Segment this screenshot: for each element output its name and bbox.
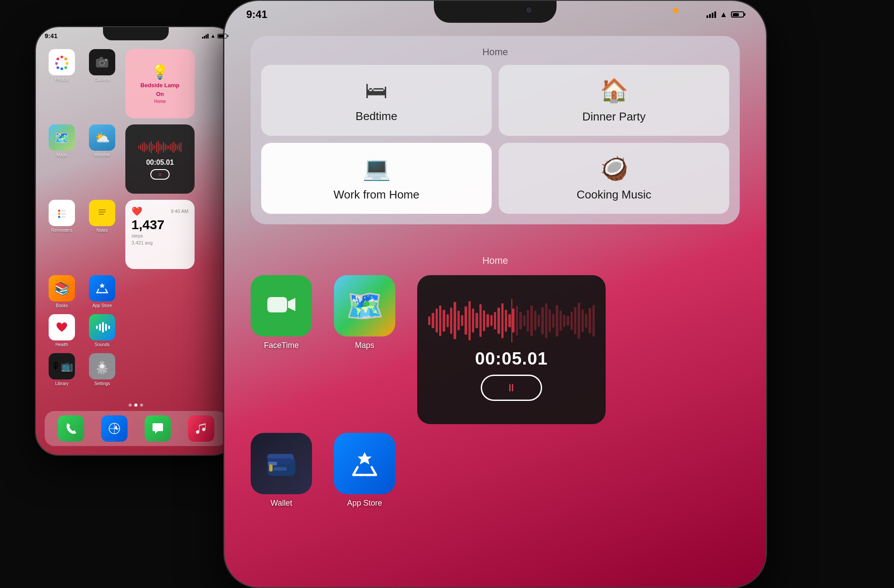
photos-icon [49,49,75,75]
library-icon: 🎙📺 [49,353,75,379]
waveform-small [138,138,182,156]
voice-memo-widget-large[interactable]: 00:05.01 ⏸ [417,275,606,424]
work-from-home-scene[interactable]: 💻 Work from Home [261,143,492,214]
health-icon [49,314,75,340]
voice-memo-widget-small[interactable]: 00:05.01 ⏸ [125,124,195,194]
power-button-large[interactable] [766,124,767,176]
app-photos[interactable]: Photos [45,49,79,82]
pause-icon-small: ⏸ [158,172,162,177]
app-maps-large[interactable]: 🗺️ Maps [334,275,395,350]
dock [45,411,227,446]
app-appstore-small[interactable]: App Store [85,275,119,308]
pause-button-small[interactable]: ⏸ [150,169,170,180]
bar2 [204,36,205,39]
library-label: Library [55,381,69,386]
voice-time-large: 00:05.01 [475,349,548,368]
svg-rect-35 [267,297,287,312]
large-signal-bars-icon [706,11,716,18]
pause-icon-large: ⏸ [506,382,517,394]
app-weather[interactable]: ⛅ Weather [85,124,119,157]
dock-phone[interactable] [58,415,84,442]
wifi-icon: ▲ [210,33,216,39]
svg-rect-24 [99,214,104,215]
facetime-icon [251,275,312,337]
app-sounds[interactable]: Sounds [85,314,119,347]
app-appstore-large[interactable]: App Store [334,433,395,508]
dot-1 [129,404,132,407]
app-reminders[interactable]: Reminders [45,200,79,233]
svg-rect-40 [269,464,273,471]
app-grid: Photos Camera 💡 Bedside Lamp On Home [45,49,227,392]
svg-point-15 [58,210,60,212]
cooking-music-icon: 🥥 [600,155,628,182]
playhead-indicator [511,299,512,343]
app-camera[interactable]: Camera [85,49,119,82]
dinner-party-label: Dinner Party [582,110,646,124]
battery-icon [217,34,227,39]
dock-music[interactable] [188,415,214,442]
svg-point-13 [105,59,107,61]
bulb-icon: 💡 [151,64,169,80]
svg-rect-12 [99,57,103,59]
app-settings[interactable]: Settings [85,353,119,386]
large-notch [434,1,557,23]
svg-rect-18 [61,213,66,215]
facetime-label: FaceTime [264,341,298,350]
svg-point-5 [60,67,63,70]
dock-safari[interactable] [101,415,128,442]
svg-point-1 [60,56,63,58]
svg-rect-16 [61,210,66,212]
home-widget-small[interactable]: 💡 Bedside Lamp On Home [125,49,195,118]
large-status-time: 9:41 [246,8,267,21]
work-from-home-label: Work from Home [333,188,419,202]
pause-button-large[interactable]: ⏸ [481,375,542,401]
svg-rect-23 [99,212,106,213]
app-facetime[interactable]: FaceTime [251,275,312,350]
appstore-icon-large [334,433,395,494]
dock-messages[interactable] [145,415,171,442]
notes-icon [89,200,115,226]
dinner-party-scene[interactable]: 🏠 Dinner Party [499,65,729,136]
app-library[interactable]: 🎙📺 Library [45,353,79,386]
small-phone: 9:41 ▲ [35,26,237,456]
bedtime-label: Bedtime [355,110,397,123]
app-health[interactable]: Health [45,314,79,347]
books-icon: 📚 [49,275,75,301]
large-status-icons: ▲ [706,10,744,19]
svg-point-6 [57,67,59,69]
battery-fill [218,35,224,38]
app-notes[interactable]: Notes [85,200,119,233]
reminders-icon [49,200,75,226]
cooking-music-scene[interactable]: 🥥 Cooking Music [499,143,729,214]
apps-section: Home FaceTime 🗺️ Maps [251,255,740,517]
bar3 [206,35,207,39]
svg-point-8 [57,58,59,60]
svg-point-17 [58,213,60,215]
wallet-label: Wallet [270,499,292,508]
app-maps[interactable]: 🗺️ Maps [45,124,79,157]
app-wallet[interactable]: Wallet [251,433,312,508]
health-widget-small[interactable]: ❤️ 9:40 AM 1,437 steps 3,421 avg [125,200,195,269]
app-books[interactable]: 📚 Books [45,275,79,308]
bedtime-icon: 🛏 [365,77,388,103]
svg-rect-28 [102,322,104,333]
app-row-5: Health Sounds [45,314,227,347]
settings-icon [89,353,115,379]
app-row-3: Reminders Notes ❤️ 9:40 AM 1,437 steps [45,200,227,269]
large-app-row-2: Wallet App Store [251,433,740,508]
steps-label: steps [131,233,188,238]
photos-label: Photos [55,77,68,82]
svg-rect-41 [273,467,287,471]
maps-icon: 🗺️ [49,124,75,151]
maps-label-large: Maps [355,341,374,350]
svg-rect-29 [105,324,107,331]
waveform-container [428,299,595,343]
reminders-label: Reminders [51,228,72,233]
appstore-icon-small [89,275,115,301]
notes-label: Notes [96,228,108,233]
home-widget-text: Bedside Lamp [141,82,180,89]
health-time: 9:40 AM [171,209,188,214]
camera-label: Camera [94,77,110,82]
bedtime-scene[interactable]: 🛏 Bedtime [261,65,492,136]
large-phone: 9:41 ▲ Home 🛏 Bedti [224,0,767,588]
